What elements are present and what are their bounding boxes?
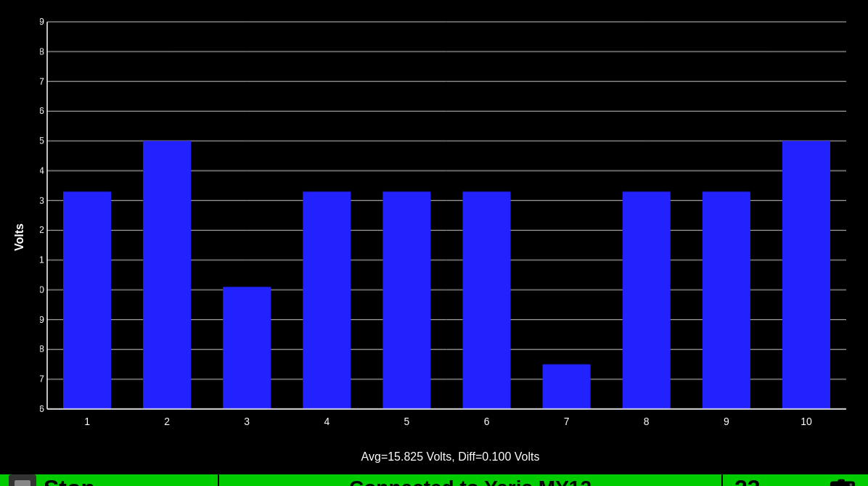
briefcase-icon — [9, 474, 36, 486]
connected-label: Connected to Yaris MY12 — [349, 477, 591, 486]
right-section: 23 — [723, 474, 868, 486]
y-axis-label: Volts — [13, 223, 26, 251]
stop-section[interactable]: Stop — [0, 474, 219, 486]
stop-button[interactable]: Stop — [44, 475, 95, 487]
camera-icon[interactable] — [829, 474, 856, 486]
connection-status: Connected to Yaris MY12 — [219, 474, 723, 486]
svg-rect-3 — [838, 479, 845, 483]
count-display: 23 — [734, 475, 761, 487]
bar-chart — [40, 15, 861, 431]
chart-subtitle: Avg=15.825 Volts, Diff=0.100 Volts — [40, 450, 861, 464]
toolbar: Stop Connected to Yaris MY12 23 — [0, 474, 868, 486]
chart-inner: Avg=15.825 Volts, Diff=0.100 Volts — [40, 15, 861, 431]
svg-point-4 — [850, 483, 853, 486]
chart-area: Volts Avg=15.825 Volts, Diff=0.100 Volts — [0, 0, 868, 474]
